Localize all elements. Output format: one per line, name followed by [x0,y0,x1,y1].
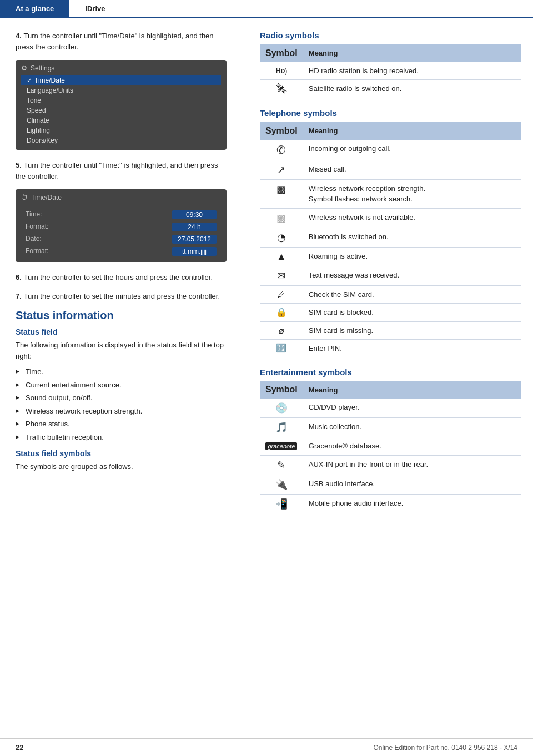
ent-meaning-gracenote: Gracenote® database. [303,437,521,456]
tel-symbol-call: ✆ [260,140,303,160]
bullet-traffic: Traffic bulletin reception. [16,431,228,444]
ent-symbol-music: 🎵 [260,418,303,437]
bullet-sound: Sound output, on/off. [16,391,228,405]
tel-symbol-roaming: ▲ [260,247,303,266]
timedate-box: ⏱ Time/Date Time: 09:30 Format: 24 h Dat… [16,189,227,262]
radio-symbols-heading: Radio symbols [260,31,521,40]
step-5-text: Turn the controller until "Time:" is hig… [16,161,218,180]
settings-title-text: Settings [31,64,54,72]
ent-meaning-music: Music collection. [303,418,521,437]
tel-symbol-sms: ✉ [260,266,303,285]
tel-meaning-missed: Missed call. [303,160,521,179]
tel-meaning-no-signal: Wireless network is not available. [303,208,521,228]
radio-table-col1: Symbol [260,44,303,62]
format1-label: Format: [26,223,48,231]
tab-at-a-glance[interactable]: At a glance [0,0,69,17]
tel-row-pin: 🔢 Enter PIN. [260,340,521,357]
tel-table-col1: Symbol [260,122,303,140]
tel-symbol-simcheck: 🖊 [260,285,303,304]
ent-table-col1: Symbol [260,381,303,399]
telephone-symbols-table: Symbol Meaning ✆ Incoming or outgoing ca… [260,122,521,357]
radio-symbols-table: Symbol Meaning HD) HD radio station is b… [260,44,521,98]
header-tabs: At a glance iDrive [0,0,533,18]
tel-row-simblocked: 🔒 SIM card is blocked. [260,304,521,322]
tel-symbol-missed: ↗ [260,160,303,179]
radio-meaning-hd: HD radio station is being received. [303,62,521,80]
date-label: Date: [26,235,42,244]
tel-row-no-signal: ▩ Wireless network is not available. [260,208,521,228]
step-6-text: Turn the controller to set the hours and… [23,273,213,281]
ent-meaning-aux: AUX-IN port in the front or in the rear. [303,455,521,475]
tel-meaning-pin: Enter PIN. [303,340,521,357]
ent-symbol-gracenote: gracenote [260,437,303,456]
ent-row-cd: 💿 CD/DVD player. [260,399,521,418]
time-value: 09:30 [172,210,217,219]
menu-item-lighting[interactable]: Lighting [21,125,221,135]
bullet-wireless: Wireless network reception strength. [16,405,228,418]
tel-row-sms: ✉ Text message was received. [260,266,521,285]
step-7: 7. Turn the controller to set the minute… [16,291,228,302]
radio-row-hd: HD) HD radio station is being received. [260,62,521,80]
menu-item-language[interactable]: Language/Units [21,85,221,95]
tel-meaning-sms: Text message was received. [303,266,521,285]
menu-item-timedate[interactable]: ✓ Time/Date [21,75,221,85]
tel-row-roaming: ▲ Roaming is active. [260,247,521,266]
settings-title: ⚙ Settings [21,64,221,72]
bullet-time: Time. [16,365,228,379]
status-field-symbols-heading: Status field symbols [16,449,228,458]
menu-item-speed[interactable]: Speed [21,105,221,115]
menu-item-tone[interactable]: Tone [21,95,221,105]
radio-table-col2: Meaning [303,44,521,62]
step-7-number: 7. [16,292,22,300]
tel-row-simmissing: ⌀ SIM card is missing. [260,321,521,340]
format2-value: tt.mm.jjjj [172,247,217,256]
timedate-title: ⏱ Time/Date [21,194,221,204]
ent-symbol-usb: 🔌 [260,475,303,494]
menu-item-climate[interactable]: Climate [21,115,221,125]
ent-symbol-cd: 💿 [260,399,303,418]
ent-symbol-mobile: 📲 [260,494,303,513]
tel-meaning-simcheck: Check the SIM card. [303,285,521,304]
tel-symbol-simmissing: ⌀ [260,321,303,340]
step-4-text: Turn the controller until "Time/Date" is… [16,32,214,51]
step-6-number: 6. [16,273,22,281]
page-number: 22 [16,743,23,752]
step-5-number: 5. [16,161,22,169]
ent-meaning-mobile: Mobile phone audio interface. [303,494,521,513]
ent-row-usb: 🔌 USB audio interface. [260,475,521,494]
edition-text: Online Edition for Part no. 0140 2 956 2… [373,744,517,752]
timedate-row-format2: Format: tt.mm.jjjj [21,245,221,258]
tel-row-missed: ↗ Missed call. [260,160,521,179]
tel-row-signal: ▩ Wireless network reception strength.Sy… [260,179,521,208]
tel-row-call: ✆ Incoming or outgoing call. [260,140,521,160]
tel-meaning-simmissing: SIM card is missing. [303,321,521,340]
timedate-row-date: Date: 27.05.2012 [21,233,221,245]
ent-table-col2: Meaning [303,381,521,399]
tel-symbol-signal: ▩ [260,179,303,208]
tel-row-simcheck: 🖊 Check the SIM card. [260,285,521,304]
step-5: 5. Turn the controller until "Time:" is … [16,160,228,182]
bullet-entertainment: Current entertainment source. [16,379,228,392]
format1-value: 24 h [172,223,217,231]
tab-idrive[interactable]: iDrive [69,0,120,17]
tel-meaning-bluetooth: Bluetooth is switched on. [303,228,521,247]
radio-meaning-satellite: Satellite radio is switched on. [303,80,521,99]
settings-box: ⚙ Settings ✓ Time/Date Language/Units To… [16,60,227,150]
tel-row-bluetooth: ◔ Bluetooth is switched on. [260,228,521,247]
format2-label: Format: [26,247,48,256]
tel-meaning-signal: Wireless network reception strength.Symb… [303,179,521,208]
ent-row-mobile: 📲 Mobile phone audio interface. [260,494,521,513]
status-bullet-list: Time. Current entertainment source. Soun… [16,365,228,443]
menu-item-doors[interactable]: Doors/Key [21,135,221,145]
telephone-symbols-heading: Telephone symbols [260,108,521,118]
step-4: 4. Turn the controller until "Time/Date"… [16,31,228,52]
checkmark-icon: ✓ [27,77,32,84]
tel-meaning-simblocked: SIM card is blocked. [303,304,521,322]
tel-symbol-simblocked: 🔒 [260,304,303,322]
step-7-text: Turn the controller to set the minutes a… [23,292,220,300]
status-field-symbols-text: The symbols are grouped as follows. [16,461,228,472]
tel-symbol-bluetooth: ◔ [260,228,303,247]
status-field-heading: Status field [16,327,228,336]
entertainment-symbols-heading: Entertainment symbols [260,367,521,377]
timedate-icon: ⏱ [21,194,28,201]
